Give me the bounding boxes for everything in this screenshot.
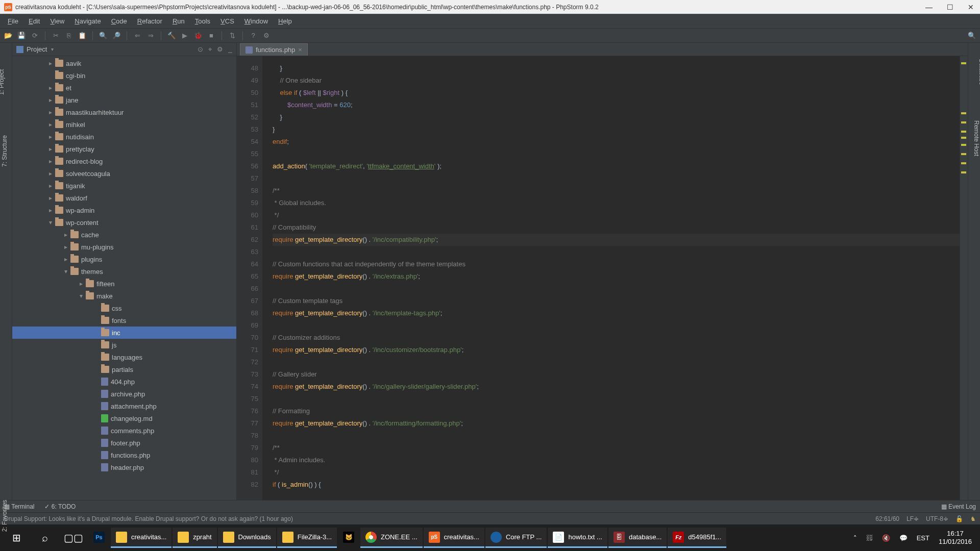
menu-tools[interactable]: Tools: [190, 15, 215, 27]
rail-remote-host[interactable]: Remote Host: [973, 120, 980, 156]
settings-icon[interactable]: ⚙: [261, 31, 272, 41]
forward-icon[interactable]: ⇒: [145, 31, 156, 41]
menu-vcs[interactable]: VCS: [216, 15, 239, 27]
collapse-icon[interactable]: ⊙: [198, 45, 203, 54]
code-content[interactable]: } // One sidebar else if ( $left || $rig…: [262, 56, 960, 500]
close-button[interactable]: ✕: [968, 3, 974, 11]
menu-refactor[interactable]: Refactor: [133, 15, 167, 27]
tree-item-aavik[interactable]: ▸aavik: [12, 57, 236, 69]
hide-icon[interactable]: ⎯: [228, 45, 232, 54]
tree-item-archive-php[interactable]: archive.php: [12, 388, 236, 400]
cursor-position[interactable]: 62:61/60: [875, 515, 899, 522]
taskbar-task[interactable]: Ps: [88, 528, 110, 548]
error-stripe[interactable]: [960, 56, 968, 500]
tree-item-404-php[interactable]: 404.php: [12, 375, 236, 388]
tree-item-attachment-php[interactable]: attachment.php: [12, 400, 236, 412]
sync-icon[interactable]: ⟳: [30, 31, 40, 41]
menu-file[interactable]: File: [3, 15, 23, 27]
rail-structure[interactable]: 7: Structure: [1, 135, 8, 167]
tree-item-redirect-blog[interactable]: ▸redirect-blog: [12, 155, 236, 167]
taskbar-task[interactable]: FileZilla-3...: [277, 528, 337, 548]
status-message[interactable]: Drupal Support: Looks like it's a Drupal…: [4, 515, 293, 522]
tree-item-wp-content[interactable]: ▾wp-content: [12, 216, 236, 229]
tree-item-plugins[interactable]: ▸plugins: [12, 253, 236, 265]
tree-item-themes[interactable]: ▾themes: [12, 265, 236, 278]
taskbar-task[interactable]: 🗄database...: [608, 528, 667, 548]
tree-item-cache[interactable]: ▸cache: [12, 229, 236, 241]
rail-database[interactable]: Database: [977, 59, 980, 85]
save-icon[interactable]: 💾: [16, 31, 27, 41]
back-icon[interactable]: ⇐: [132, 31, 142, 41]
taskbar-task[interactable]: Fzd54985f1...: [668, 528, 726, 548]
tree-item-fifteen[interactable]: ▸fifteen: [12, 278, 236, 290]
readonly-icon[interactable]: 🔓: [955, 515, 963, 522]
tree-item-partials[interactable]: partials: [12, 363, 236, 375]
tree-item-footer-php[interactable]: footer.php: [12, 437, 236, 449]
taskbar-task[interactable]: ZONE.EE ...: [360, 528, 423, 548]
locate-icon[interactable]: ⌖: [208, 45, 212, 54]
copy-icon[interactable]: ⎘: [64, 31, 74, 41]
tree-item-mihkel[interactable]: ▸mihkel: [12, 118, 236, 131]
taskbar-task[interactable]: pScreativitas...: [424, 528, 484, 548]
settings-icon[interactable]: ⚙: [217, 45, 223, 54]
event-log-tab[interactable]: ▦ Event Log: [941, 503, 976, 510]
taskbar-task[interactable]: zpraht: [173, 528, 216, 548]
tree-item-functions-php[interactable]: functions.php: [12, 449, 236, 461]
tree-item-make[interactable]: ▾make: [12, 290, 236, 302]
tree-item-wp-admin[interactable]: ▸wp-admin: [12, 204, 236, 216]
line-gutter[interactable]: 4849505152535455565758596061626364656667…: [237, 56, 262, 500]
rail-favorites[interactable]: 2: Favorites: [1, 500, 8, 532]
taskbar-task[interactable]: 🐱: [338, 528, 359, 548]
tray-clock[interactable]: 16:17 11/01/2016: [939, 530, 972, 546]
tree-item-nutidisain[interactable]: ▸nutidisain: [12, 131, 236, 143]
menu-view[interactable]: View: [45, 15, 69, 27]
tree-item-header-php[interactable]: header.php: [12, 461, 236, 473]
project-label[interactable]: Project: [27, 45, 47, 53]
tree-item-languages[interactable]: languages: [12, 351, 236, 363]
todo-tab[interactable]: ✓ 6: TODO: [44, 503, 76, 510]
taskbar-task[interactable]: creativitas...: [111, 528, 172, 548]
project-dropdown-icon[interactable]: ▾: [51, 46, 54, 52]
menu-window[interactable]: Window: [240, 15, 273, 27]
search-icon[interactable]: 🔍: [967, 31, 977, 41]
tree-item-changelog-md[interactable]: changelog.md: [12, 412, 236, 424]
taskbar-task[interactable]: Downloads: [218, 528, 276, 548]
menu-code[interactable]: Code: [107, 15, 132, 27]
tree-item-solveetcoagula[interactable]: ▸solveetcoagula: [12, 167, 236, 180]
tray-volume-icon[interactable]: 🔇: [882, 534, 890, 542]
rail-project[interactable]: 1: Project: [0, 69, 5, 95]
cut-icon[interactable]: ✂: [51, 31, 61, 41]
minimize-button[interactable]: —: [925, 3, 933, 11]
menu-edit[interactable]: Edit: [24, 15, 44, 27]
tray-chevron-icon[interactable]: ˄: [853, 534, 857, 542]
taskbar-task[interactable]: Core FTP ...: [485, 528, 547, 548]
tree-item-comments-php[interactable]: comments.php: [12, 424, 236, 437]
file-encoding[interactable]: UTF-8≑: [926, 515, 948, 522]
search-button[interactable]: ⌕: [31, 524, 59, 551]
replace-icon[interactable]: 🔎: [111, 31, 121, 41]
menu-run[interactable]: Run: [168, 15, 189, 27]
tray-network-icon[interactable]: ⛆: [866, 534, 873, 542]
tray-notifications-icon[interactable]: 💬: [899, 534, 908, 542]
maximize-button[interactable]: ☐: [947, 3, 953, 11]
menu-help[interactable]: Help: [274, 15, 297, 27]
task-view-button[interactable]: ▢▢: [59, 524, 88, 551]
tree-item-tiganik[interactable]: ▸tiganik: [12, 180, 236, 192]
tree-item-jane[interactable]: ▸jane: [12, 94, 236, 106]
tree-item-mu-plugins[interactable]: ▸mu-plugins: [12, 241, 236, 253]
help-icon[interactable]: ?: [248, 31, 258, 41]
paste-icon[interactable]: 📋: [77, 31, 87, 41]
tree-item-waldorf[interactable]: ▸waldorf: [12, 192, 236, 204]
project-tree[interactable]: ▸aavikcgi-bin▸et▸jane▸maastikuarhitektuu…: [12, 56, 236, 500]
tree-item-js[interactable]: js: [12, 339, 236, 351]
stop-icon[interactable]: ■: [206, 31, 216, 41]
debug-icon[interactable]: 🐞: [193, 31, 203, 41]
find-icon[interactable]: 🔍: [98, 31, 108, 41]
tree-item-css[interactable]: css: [12, 302, 236, 314]
tree-item-et[interactable]: ▸et: [12, 82, 236, 94]
hector-icon[interactable]: ♞: [970, 515, 976, 522]
open-icon[interactable]: 📂: [3, 31, 13, 41]
menu-navigate[interactable]: Navigate: [70, 15, 105, 27]
terminal-tab[interactable]: ▦ Terminal: [4, 503, 34, 510]
close-icon[interactable]: ×: [298, 46, 302, 54]
